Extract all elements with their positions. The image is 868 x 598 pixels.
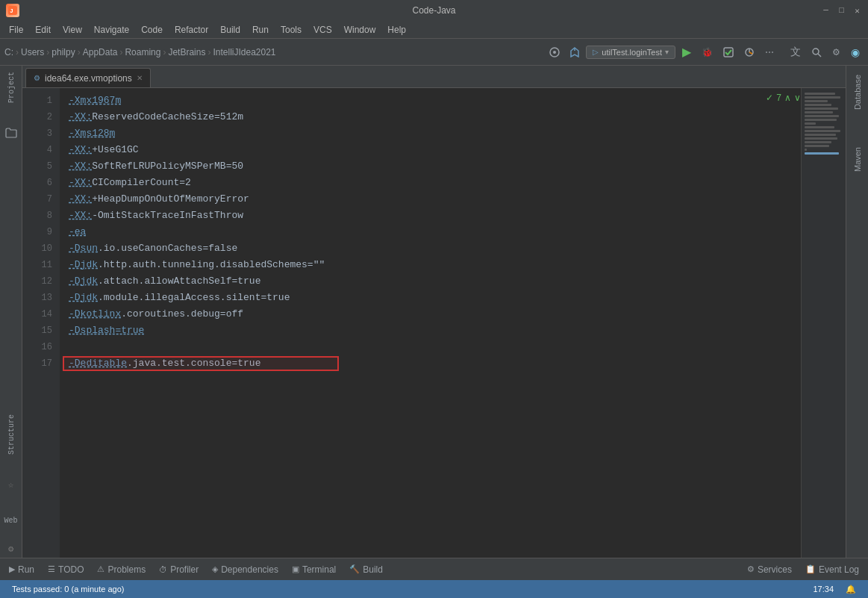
breadcrumb-appdata[interactable]: AppData xyxy=(83,47,118,57)
dependencies-tab[interactable]: ◈ Dependencies xyxy=(206,561,284,578)
error-down-icon[interactable]: ∨ xyxy=(794,93,801,103)
todo-tab-icon: ☰ xyxy=(48,564,55,574)
database-panel-label[interactable]: Database xyxy=(853,69,862,116)
svg-rect-6 xyxy=(724,48,733,57)
minimap-line xyxy=(805,122,816,125)
main-layout: Project Structure ☆ Web ⚙ ⚙ idea64.exe.v… xyxy=(0,66,868,558)
minimap-line xyxy=(805,93,835,95)
editor-tab-vmoptions[interactable]: ⚙ idea64.exe.vmoptions ✕ xyxy=(25,68,151,87)
menu-item-vcs[interactable]: VCS xyxy=(307,23,338,37)
code-line-11: -Djdk.http.auth.tunneling.disabledScheme… xyxy=(69,257,792,273)
line-number-7: 7 xyxy=(22,191,52,208)
breadcrumb-philpy[interactable]: philpy xyxy=(51,47,75,57)
todo-tab-label: TODO xyxy=(58,564,84,575)
maven-panel-label[interactable]: Maven xyxy=(853,141,862,178)
menu-item-edit[interactable]: Edit xyxy=(29,23,57,37)
menu-item-run[interactable]: Run xyxy=(246,23,275,37)
translate-button[interactable]: 文 xyxy=(787,43,805,61)
search-button[interactable] xyxy=(808,45,825,60)
svg-text:J: J xyxy=(10,7,13,14)
tab-label: idea64.exe.vmoptions xyxy=(45,73,132,84)
bookmark-button[interactable] xyxy=(566,45,583,60)
todo-tab[interactable]: ☰ TODO xyxy=(42,561,90,578)
line-number-13: 13 xyxy=(22,290,52,306)
minimap-line xyxy=(805,119,837,121)
error-indicator[interactable]: ✓ 7 ∧ ∨ xyxy=(766,93,801,103)
minimap-lines xyxy=(805,93,843,155)
code-line-1: -Xmx1967m xyxy=(69,93,792,109)
maximize-button[interactable]: □ xyxy=(837,6,846,16)
dependencies-tab-icon: ◈ xyxy=(212,564,218,574)
problems-tab[interactable]: ⚠ Problems xyxy=(91,561,152,578)
code-line-4: -XX:+UseG1GC xyxy=(69,142,792,158)
run-config[interactable]: ▷ utilTest.loginTest ▾ xyxy=(586,46,675,59)
error-up-icon[interactable]: ∧ xyxy=(784,93,791,103)
event-log-tab[interactable]: 📋 Event Log xyxy=(799,561,865,578)
more-options-button[interactable]: ⋯ xyxy=(761,45,778,60)
status-bar: Tests passed: 0 (a minute ago) 17:34 🔔 xyxy=(0,580,868,598)
settings-left-icon[interactable]: ⚙ xyxy=(2,540,20,558)
problems-tab-icon: ⚠ xyxy=(97,564,104,574)
code-line-7: -XX:+HeapDumpOnOutOfMemoryError xyxy=(69,191,792,208)
toolbar-right-group: 文 ⚙ ◉ xyxy=(787,43,864,61)
editor-area: ⚙ idea64.exe.vmoptions ✕ 123456789101112… xyxy=(22,66,846,558)
editor-content: 1234567891011121314151617 -Xmx1967m-XX:R… xyxy=(22,88,846,558)
title-bar-left: J xyxy=(6,4,19,17)
terminal-tab[interactable]: ▣ Terminal xyxy=(286,561,342,578)
menu-item-file[interactable]: File xyxy=(3,23,29,37)
breadcrumb-jetbrains[interactable]: JetBrains xyxy=(168,47,205,57)
minimize-button[interactable]: ─ xyxy=(821,6,831,16)
folder-icon[interactable] xyxy=(2,124,20,142)
build-tab-label: Build xyxy=(363,564,383,575)
menu-item-build[interactable]: Build xyxy=(214,23,246,37)
minimap-line xyxy=(805,111,833,113)
terminal-tab-icon: ▣ xyxy=(292,564,299,574)
code-line-5: -XX:SoftRefLRUPolicyMSPerMB=50 xyxy=(69,158,792,175)
menu-item-tools[interactable]: Tools xyxy=(275,23,307,37)
notification-icon[interactable]: 🔔 xyxy=(840,585,862,594)
menu-bar: FileEditViewNavigateCodeRefactorBuildRun… xyxy=(0,21,868,39)
profiler-tab[interactable]: ⏱ Profiler xyxy=(153,561,204,578)
favorites-icon[interactable]: ☆ xyxy=(2,476,20,493)
structure-icon[interactable]: Structure xyxy=(2,411,20,458)
services-tab[interactable]: ⚙ Services xyxy=(741,561,798,578)
project-icon[interactable]: Project xyxy=(2,69,20,106)
svg-line-9 xyxy=(818,54,821,57)
minimap-line xyxy=(805,137,837,140)
minimap-line xyxy=(805,141,831,143)
line-number-6: 6 xyxy=(22,175,52,191)
close-button[interactable]: ✕ xyxy=(852,6,862,16)
git-button[interactable] xyxy=(546,45,563,60)
breadcrumb-users[interactable]: Users xyxy=(21,47,44,57)
code-area[interactable]: -Xmx1967m-XX:ReservedCodeCacheSize=512m-… xyxy=(60,88,801,558)
code-line-16 xyxy=(69,339,792,355)
run-tab[interactable]: ▶ Run xyxy=(3,561,40,578)
web-icon[interactable]: Web xyxy=(2,511,20,529)
tab-close-button[interactable]: ✕ xyxy=(137,74,143,82)
menu-item-window[interactable]: Window xyxy=(338,23,382,37)
svg-point-3 xyxy=(553,51,556,54)
code-line-6: -XX:CICompilerCount=2 xyxy=(69,175,792,191)
breadcrumb-c[interactable]: C: xyxy=(4,47,13,57)
breadcrumb-roaming[interactable]: Roaming xyxy=(125,47,160,57)
profile-button[interactable] xyxy=(740,45,758,60)
menu-item-help[interactable]: Help xyxy=(381,23,412,37)
build-tab[interactable]: 🔨 Build xyxy=(343,561,389,578)
line-number-2: 2 xyxy=(22,109,52,125)
help-button[interactable]: ◉ xyxy=(847,44,864,60)
services-tab-icon: ⚙ xyxy=(747,564,755,574)
breadcrumb-idea[interactable]: IntelliJIdea2021 xyxy=(213,47,275,57)
menu-item-refactor[interactable]: Refactor xyxy=(169,23,214,37)
run-button[interactable]: ▶ xyxy=(678,43,695,61)
menu-item-code[interactable]: Code xyxy=(135,23,169,37)
run-tab-icon: ▶ xyxy=(9,564,15,574)
minimap-line xyxy=(805,108,838,110)
debug-button[interactable]: 🐞 xyxy=(698,45,716,60)
menu-item-view[interactable]: View xyxy=(57,23,88,37)
error-count: 7 xyxy=(776,93,781,103)
menu-item-navigate[interactable]: Navigate xyxy=(88,23,135,37)
coverage-button[interactable] xyxy=(719,45,737,60)
toolbar: C: › Users › philpy › AppData › Roaming … xyxy=(0,39,868,66)
code-line-3: -Xms128m xyxy=(69,125,792,142)
settings-button[interactable]: ⚙ xyxy=(828,45,844,60)
